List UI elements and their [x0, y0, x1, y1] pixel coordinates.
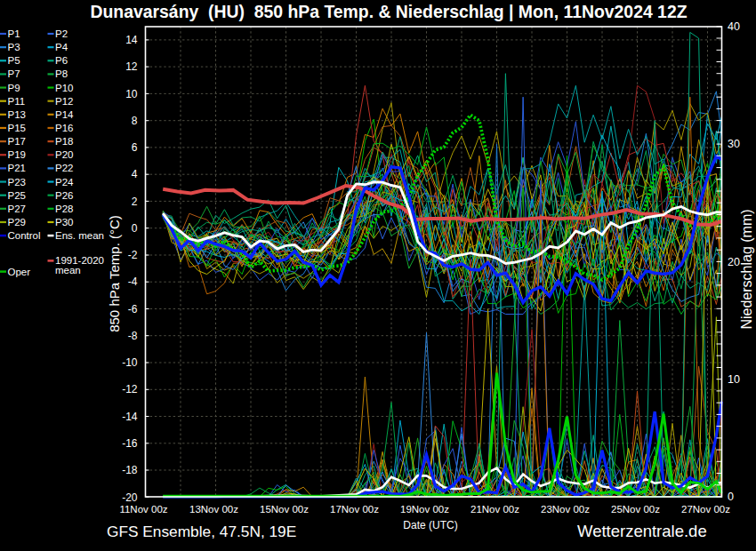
svg-text:P18: P18 — [55, 136, 73, 147]
svg-text:P29: P29 — [8, 217, 26, 228]
svg-text:0: 0 — [728, 491, 734, 503]
svg-text:P22: P22 — [55, 163, 73, 173]
svg-text:P26: P26 — [55, 190, 73, 201]
svg-text:-16: -16 — [122, 437, 138, 450]
svg-text:P23: P23 — [8, 177, 26, 188]
svg-text:P4: P4 — [55, 42, 68, 52]
svg-text:Wetterzentrale.de: Wetterzentrale.de — [577, 522, 707, 540]
svg-text:Date (UTC): Date (UTC) — [403, 519, 457, 531]
svg-text:-14: -14 — [122, 411, 138, 423]
svg-text:-6: -6 — [128, 303, 138, 315]
svg-text:8: 8 — [132, 115, 138, 127]
svg-text:Niederschlag (mm): Niederschlag (mm) — [739, 209, 754, 329]
svg-text:P14: P14 — [55, 109, 74, 120]
svg-text:P16: P16 — [55, 123, 73, 133]
svg-text:19Nov 00z: 19Nov 00z — [400, 504, 449, 515]
svg-text:-20: -20 — [122, 491, 138, 504]
svg-text:GFS Ensemble, 47.5N, 19E: GFS Ensemble, 47.5N, 19E — [107, 523, 296, 540]
svg-text:P27: P27 — [8, 204, 26, 214]
svg-text:P9: P9 — [8, 83, 20, 93]
svg-text:25Nov 00z: 25Nov 00z — [611, 504, 660, 515]
svg-text:-2: -2 — [128, 249, 138, 261]
svg-text:P17: P17 — [8, 136, 26, 147]
svg-text:P3: P3 — [8, 42, 20, 52]
svg-text:P19: P19 — [8, 149, 26, 160]
svg-text:14: 14 — [125, 34, 138, 46]
svg-text:40: 40 — [728, 20, 740, 33]
svg-text:P7: P7 — [8, 68, 20, 79]
svg-text:10: 10 — [125, 88, 138, 100]
svg-text:P30: P30 — [55, 217, 73, 228]
svg-text:P8: P8 — [55, 68, 68, 79]
svg-text:P10: P10 — [55, 83, 73, 93]
svg-text:P15: P15 — [8, 123, 26, 133]
svg-text:4: 4 — [132, 168, 138, 180]
svg-text:Oper: Oper — [8, 267, 31, 277]
svg-text:20: 20 — [728, 256, 740, 268]
svg-text:27Nov 00z: 27Nov 00z — [681, 504, 730, 515]
svg-text:-4: -4 — [128, 276, 138, 288]
svg-text:11Nov 00z: 11Nov 00z — [119, 504, 167, 515]
svg-text:23Nov 00z: 23Nov 00z — [541, 504, 590, 515]
svg-text:mean: mean — [55, 265, 81, 276]
svg-text:P21: P21 — [8, 163, 26, 173]
svg-text:-8: -8 — [128, 330, 138, 342]
svg-text:P12: P12 — [55, 96, 73, 107]
svg-text:30: 30 — [728, 138, 740, 150]
svg-text:Control: Control — [8, 230, 41, 241]
svg-text:P11: P11 — [8, 96, 26, 107]
svg-text:17Nov 00z: 17Nov 00z — [330, 504, 379, 515]
svg-text:12: 12 — [125, 60, 138, 73]
svg-text:6: 6 — [132, 141, 138, 154]
svg-text:P25: P25 — [8, 190, 26, 201]
svg-text:P28: P28 — [55, 204, 73, 214]
svg-text:Ens. mean: Ens. mean — [55, 230, 104, 241]
svg-text:P5: P5 — [8, 55, 20, 66]
svg-text:0: 0 — [132, 222, 138, 235]
svg-text:21Nov 00z: 21Nov 00z — [470, 504, 519, 515]
svg-text:P20: P20 — [55, 149, 73, 160]
svg-text:-12: -12 — [122, 383, 138, 395]
svg-text:2: 2 — [132, 196, 138, 208]
svg-text:P13: P13 — [8, 109, 26, 120]
svg-text:P24: P24 — [55, 177, 74, 188]
svg-text:-10: -10 — [122, 356, 138, 369]
svg-text:P2: P2 — [55, 28, 68, 39]
svg-text:-18: -18 — [122, 464, 138, 476]
svg-text:13Nov 00z: 13Nov 00z — [189, 504, 238, 515]
svg-text:P1: P1 — [8, 28, 20, 39]
svg-text:P6: P6 — [55, 55, 68, 66]
svg-text:15Nov 00z: 15Nov 00z — [260, 504, 309, 515]
svg-text:850 hPa Temp. (°C): 850 hPa Temp. (°C) — [107, 215, 122, 332]
svg-text:Dunavarsány (HU) 850 hPa Tem: Dunavarsány (HU) 850 hPa Temp. & Nieders… — [90, 2, 687, 21]
svg-text:10: 10 — [728, 373, 740, 386]
